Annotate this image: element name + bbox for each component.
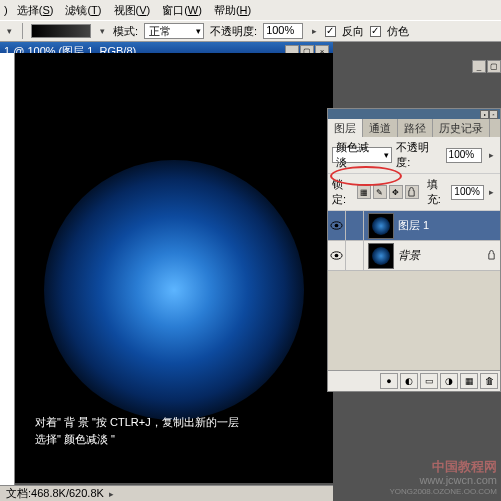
dither-label: 仿色 [387,24,409,39]
new-group-button[interactable]: ▭ [420,373,438,389]
visibility-toggle-bg[interactable] [328,241,346,271]
tool-preset-dropdown[interactable]: ▾ [4,26,14,36]
layers-panel: ▸ × 图层 通道 路径 历史记录 颜色减淡 不透明度: 100%▸ 锁定: ▦… [327,108,501,392]
lock-label: 锁定: [332,177,353,207]
layers-empty-area [328,271,500,371]
menu-filter[interactable]: 滤镜(T) [59,1,107,20]
menu-view[interactable]: 视图(V) [108,1,157,20]
mode-select[interactable]: 正常 [144,23,204,39]
menu-select[interactable]: 选择(S) [11,1,60,20]
adjustment-layer-button[interactable]: ◑ [440,373,458,389]
mode-label: 模式: [113,24,138,39]
new-layer-button[interactable]: ▦ [460,373,478,389]
reverse-label: 反向 [342,24,364,39]
gradient-preview[interactable] [31,24,91,38]
svg-point-1 [335,224,339,228]
link-col-1[interactable] [346,211,364,241]
lock-position-icon[interactable]: ✥ [389,185,403,199]
opacity-input[interactable]: 100% [263,23,303,39]
layer-thumb-1 [368,213,394,239]
panel-opacity-input[interactable]: 100% [446,148,483,163]
fill-input[interactable]: 100% [451,185,483,200]
panel-opacity-slider[interactable]: ▸ [486,150,496,160]
radial-glow-artwork [44,160,304,420]
blend-mode-select[interactable]: 颜色减淡 [332,147,392,163]
lock-transparent-icon[interactable]: ▦ [357,185,371,199]
reverse-checkbox[interactable] [325,26,336,37]
opacity-label: 不透明度: [210,24,257,39]
panel-menu-icon[interactable]: ▸ [480,110,489,119]
menu-leading: ) [4,4,8,16]
workspace-minimize[interactable]: _ [472,60,486,73]
tab-channels[interactable]: 通道 [363,119,398,137]
lock-icon [487,250,496,262]
status-bar: 文档:468.8K/620.8K ▸ [0,485,333,501]
vertical-ruler [0,53,15,501]
menu-help[interactable]: 帮助(H) [208,1,257,20]
tab-history[interactable]: 历史记录 [433,119,490,137]
lock-pixels-icon[interactable]: ✎ [373,185,387,199]
fill-slider[interactable]: ▸ [488,187,496,197]
lock-all-icon[interactable] [405,185,419,199]
layer-thumb-bg [368,243,394,269]
link-col-bg[interactable] [346,241,364,271]
watermark: 中国教程网 www.jcwcn.com YONG2008.OZONE.OO.CO… [389,459,497,497]
tab-layers[interactable]: 图层 [328,119,363,137]
layer-mask-button[interactable]: ◐ [400,373,418,389]
opacity-slider-toggle[interactable]: ▸ [309,26,319,36]
document-canvas[interactable]: 对着" 背 景 "按 CTLR+J，复制出新的一层 选择" 颜色减淡 " [15,53,333,483]
workspace-restore[interactable]: ▢ [487,60,501,73]
layer-style-button[interactable]: ● [380,373,398,389]
fill-label: 填充: [427,177,448,207]
tab-paths[interactable]: 路径 [398,119,433,137]
layer-name-bg[interactable]: 背景 [398,248,420,263]
visibility-toggle-1[interactable] [328,211,346,241]
delete-layer-button[interactable]: 🗑 [480,373,498,389]
panel-opacity-label: 不透明度: [396,140,441,170]
gradient-dropdown[interactable]: ▾ [97,26,107,36]
panel-close-icon[interactable]: × [489,110,498,119]
layer-row-bg[interactable]: 背景 [328,241,500,271]
tutorial-caption: 对着" 背 景 "按 CTLR+J，复制出新的一层 选择" 颜色减淡 " [35,414,239,449]
layer-name-1[interactable]: 图层 1 [398,218,429,233]
layer-row-1[interactable]: 图层 1 [328,211,500,241]
menu-window[interactable]: 窗口(W) [156,1,208,20]
svg-point-3 [335,254,339,258]
dither-checkbox[interactable] [370,26,381,37]
